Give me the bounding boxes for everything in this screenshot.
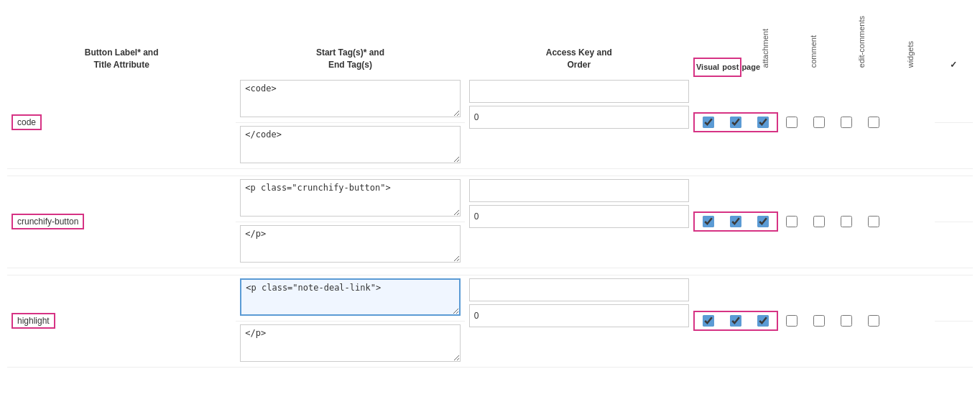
- end-tag-input-row2[interactable]: </p>: [240, 225, 460, 263]
- widgets-checkbox-row3[interactable]: [868, 315, 879, 327]
- attachment-checkbox-row1[interactable]: [786, 117, 798, 128]
- access-key-cell-row3: [465, 275, 693, 367]
- widgets-checkbox-row2[interactable]: [868, 216, 879, 227]
- button-label-cell-row1: code: [7, 77, 236, 169]
- col-header-checkmark: ✓: [935, 7, 973, 77]
- edit-comments-checkbox-row1[interactable]: [841, 117, 852, 128]
- widgets-checkbox-row1[interactable]: [868, 117, 879, 128]
- end-tag-cell-row3: </p>: [236, 321, 464, 367]
- table-row-top-row1: code<code>: [7, 77, 973, 123]
- end-tag-cell-row2: </p>: [236, 222, 464, 268]
- page-checkbox-row1[interactable]: [757, 117, 769, 128]
- comment-checkbox-row1[interactable]: [813, 117, 825, 128]
- col-header-comment: comment: [790, 7, 838, 77]
- separator-row-row2: [7, 268, 973, 275]
- page-checkbox-row3[interactable]: [757, 315, 769, 327]
- table-header-row: Button Label* and Title Attribute Start …: [7, 7, 973, 77]
- access-key-input-row2[interactable]: [469, 179, 689, 202]
- post-checkbox-row1[interactable]: [730, 117, 741, 128]
- start-tag-input-row2[interactable]: <p class="crunchify-button">: [240, 179, 460, 217]
- visual-checkbox-row2[interactable]: [703, 216, 714, 227]
- vpp-checkbox-group-row3: [693, 311, 778, 331]
- header-visual: Visual: [695, 59, 721, 76]
- attachment-checkbox-row3[interactable]: [786, 315, 798, 327]
- post-checkbox-row2[interactable]: [730, 216, 741, 227]
- end-tag-cell-row1: </code>: [236, 122, 464, 168]
- post-checkbox-row3[interactable]: [730, 315, 741, 327]
- label-box-row2: crunchify-button: [11, 214, 84, 229]
- button-label-cell-row3: highlight: [7, 275, 236, 367]
- order-input-row1[interactable]: [469, 106, 689, 129]
- end-tag-input-row1[interactable]: </code>: [240, 126, 460, 163]
- checkboxes-cell-row2: [693, 176, 935, 268]
- label-box-row1: code: [11, 114, 42, 130]
- vpp-checkbox-group-row2: [693, 211, 778, 232]
- page-checkbox-row2[interactable]: [757, 216, 769, 227]
- main-table-container: Button Label* and Title Attribute Start …: [7, 7, 973, 368]
- comment-checkbox-row2[interactable]: [813, 216, 825, 227]
- visual-checkbox-row1[interactable]: [703, 117, 714, 128]
- access-key-cell-row2: [465, 176, 693, 268]
- end-tag-input-row3[interactable]: </p>: [240, 324, 460, 362]
- edit-comments-checkbox-row2[interactable]: [841, 216, 852, 227]
- table-row-top-row2: crunchify-button<p class="crunchify-butt…: [7, 176, 973, 222]
- comment-checkbox-row3[interactable]: [813, 315, 825, 327]
- col-header-access-key: Access Key and Order: [465, 7, 693, 77]
- start-tag-input-row3[interactable]: <p class="note-deal-link">: [240, 278, 460, 316]
- start-tag-cell-row2: <p class="crunchify-button">: [236, 176, 464, 222]
- access-key-input-row1[interactable]: [469, 80, 689, 103]
- start-tag-cell-row3: <p class="note-deal-link">: [236, 275, 464, 321]
- col-header-vpp-group: Visual post page: [693, 7, 741, 77]
- header-page: page: [740, 59, 762, 76]
- label-box-row3: highlight: [11, 313, 55, 329]
- visual-checkbox-row3[interactable]: [703, 315, 714, 327]
- checkboxes-cell-row1: [693, 77, 935, 169]
- edit-comments-checkbox-row3[interactable]: [841, 315, 852, 327]
- buttons-table: Button Label* and Title Attribute Start …: [7, 7, 973, 368]
- start-tag-input-row1[interactable]: <code>: [240, 80, 460, 117]
- start-tag-cell-row1: <code>: [236, 77, 464, 123]
- col-header-button: Button Label* and Title Attribute: [7, 7, 236, 77]
- checkboxes-cell-row3: [693, 275, 935, 367]
- order-input-row3[interactable]: [469, 304, 689, 327]
- col-header-widgets: widgets: [887, 7, 935, 77]
- col-header-start-tag: Start Tag(s)* and End Tag(s): [236, 7, 464, 77]
- separator-row-row1: [7, 168, 973, 176]
- col-header-edit-comments: edit-comments: [838, 7, 886, 77]
- header-post: post: [721, 59, 740, 76]
- table-row-top-row3: highlight<p class="note-deal-link">: [7, 275, 973, 321]
- order-input-row2[interactable]: [469, 205, 689, 228]
- button-label-cell-row2: crunchify-button: [7, 176, 236, 268]
- attachment-checkbox-row2[interactable]: [786, 216, 798, 227]
- access-key-cell-row1: [465, 77, 693, 169]
- access-key-input-row3[interactable]: [469, 278, 689, 301]
- vpp-checkbox-group-row1: [693, 112, 778, 132]
- vpp-header-box: Visual post page: [693, 58, 741, 77]
